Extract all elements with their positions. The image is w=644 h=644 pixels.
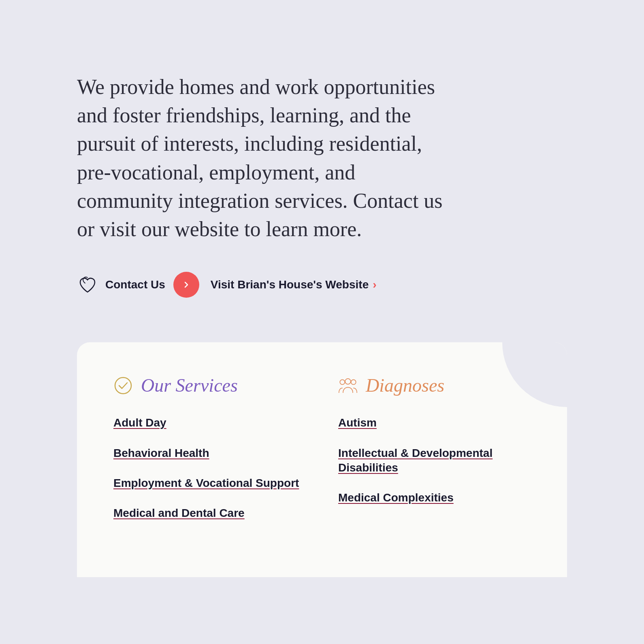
diagnoses-column: Diagnoses Autism Intellectual & Developm…	[322, 375, 531, 521]
diagnoses-section-header: Diagnoses	[338, 375, 531, 396]
svg-point-1	[340, 380, 345, 384]
diagnoses-section-title: Diagnoses	[366, 375, 444, 396]
services-grid: Our Services Adult Day Behavioral Health…	[113, 375, 531, 521]
svg-point-2	[351, 380, 356, 384]
services-section-title: Our Services	[141, 375, 238, 396]
visit-website-label: Visit Brian's House's Website	[211, 278, 369, 291]
services-card: Our Services Adult Day Behavioral Health…	[77, 342, 567, 577]
checkmark-circle-icon	[113, 376, 133, 395]
diagnosis-link-intellectual-developmental[interactable]: Intellectual & Developmental Disabilitie…	[338, 446, 531, 476]
page-container: We provide homes and work opportunities …	[0, 0, 644, 644]
diagnosis-link-autism[interactable]: Autism	[338, 416, 531, 430]
visit-chevron-icon: ›	[373, 278, 376, 291]
service-link-employment-vocational[interactable]: Employment & Vocational Support	[113, 476, 306, 490]
contact-us-button[interactable]: Contact Us	[77, 274, 165, 295]
arrow-circle-button[interactable]	[173, 272, 199, 298]
services-section-header: Our Services	[113, 375, 306, 396]
service-link-behavioral-health[interactable]: Behavioral Health	[113, 446, 306, 461]
people-group-icon	[338, 376, 358, 395]
service-link-adult-day[interactable]: Adult Day	[113, 416, 306, 430]
contact-us-label: Contact Us	[105, 278, 165, 291]
services-column: Our Services Adult Day Behavioral Health…	[113, 375, 322, 521]
diagnosis-link-medical-complexities[interactable]: Medical Complexities	[338, 490, 531, 505]
visit-website-link[interactable]: Visit Brian's House's Website ›	[211, 278, 377, 291]
service-link-medical-dental[interactable]: Medical and Dental Care	[113, 506, 306, 520]
intro-paragraph: We provide homes and work opportunities …	[77, 73, 450, 243]
cta-row: Contact Us Visit Brian's House's Website…	[77, 272, 567, 298]
heart-icon	[77, 274, 98, 295]
svg-point-3	[345, 378, 351, 384]
svg-point-0	[115, 377, 131, 394]
arrow-right-icon	[181, 280, 191, 290]
